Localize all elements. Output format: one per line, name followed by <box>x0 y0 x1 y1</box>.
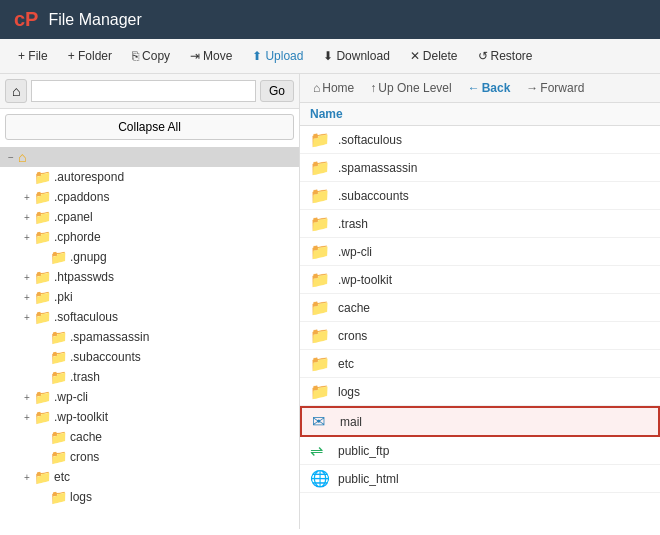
tree-item-wp-toolkit[interactable]: + 📁 .wp-toolkit <box>0 407 299 427</box>
folder-icon: 📁 <box>310 242 332 261</box>
file-row-etc[interactable]: 📁 etc <box>300 350 660 378</box>
folder-icon: 📁 <box>310 298 332 317</box>
copy-button[interactable]: ⎘ Copy <box>124 45 178 67</box>
folder-icon-autorespond: 📁 <box>34 169 51 185</box>
file-row-cache[interactable]: 📁 cache <box>300 294 660 322</box>
folder-icon: 📁 <box>310 326 332 345</box>
toggle-pki: + <box>20 292 34 303</box>
collapse-all-button[interactable]: Collapse All <box>5 114 294 140</box>
file-row-logs[interactable]: 📁 logs <box>300 378 660 406</box>
file-name: mail <box>340 415 362 429</box>
label-spamassassin: .spamassassin <box>70 330 149 344</box>
label-cpaddons: .cpaddons <box>54 190 109 204</box>
download-button[interactable]: ⬇ Download <box>315 45 397 67</box>
tree-item-cache[interactable]: 📁 cache <box>0 427 299 447</box>
toggle-root: − <box>4 152 18 163</box>
tree-item-spamassassin[interactable]: 📁 .spamassassin <box>0 327 299 347</box>
folder-icon-pki: 📁 <box>34 289 51 305</box>
file-row-softaculous[interactable]: 📁 .softaculous <box>300 126 660 154</box>
toggle-wp-cli: + <box>20 392 34 403</box>
file-list: Name 📁 .softaculous 📁 .spamassassin 📁 .s… <box>300 103 660 529</box>
tree-item-wp-cli[interactable]: + 📁 .wp-cli <box>0 387 299 407</box>
home-nav-button[interactable]: ⌂ Home <box>308 79 359 97</box>
tree-item-logs[interactable]: 📁 logs <box>0 487 299 507</box>
folder-icon: 📁 <box>310 382 332 401</box>
file-name: public_ftp <box>338 444 389 458</box>
back-button[interactable]: ← Back <box>463 79 516 97</box>
file-row-wp-cli[interactable]: 📁 .wp-cli <box>300 238 660 266</box>
label-logs: logs <box>70 490 92 504</box>
toolbar: + File + Folder ⎘ Copy ⇥ Move ⬆ Upload ⬇… <box>0 39 660 74</box>
left-panel: ⌂ Go Collapse All − ⌂ 📁 .autorespond + 📁… <box>0 74 300 529</box>
file-row-mail[interactable]: ✉ mail <box>300 406 660 437</box>
tree-item-cpanel[interactable]: + 📁 .cpanel <box>0 207 299 227</box>
tree-item-root[interactable]: − ⌂ <box>0 147 299 167</box>
label-htpasswds: .htpasswds <box>54 270 114 284</box>
delete-button[interactable]: ✕ Delete <box>402 45 466 67</box>
tree-item-trash[interactable]: 📁 .trash <box>0 367 299 387</box>
file-name: .wp-toolkit <box>338 273 392 287</box>
up-one-level-button[interactable]: ↑ Up One Level <box>365 79 456 97</box>
tree-item-cpaddons[interactable]: + 📁 .cpaddons <box>0 187 299 207</box>
tree-item-pki[interactable]: + 📁 .pki <box>0 287 299 307</box>
file-name: .wp-cli <box>338 245 372 259</box>
folder-icon-htpasswds: 📁 <box>34 269 51 285</box>
label-cache: cache <box>70 430 102 444</box>
file-row-subaccounts[interactable]: 📁 .subaccounts <box>300 182 660 210</box>
folder-icon-root: ⌂ <box>18 149 26 165</box>
folder-icon: 📁 <box>310 354 332 373</box>
file-row-spamassassin[interactable]: 📁 .spamassassin <box>300 154 660 182</box>
label-wp-cli: .wp-cli <box>54 390 88 404</box>
file-name: cache <box>338 301 370 315</box>
tree-item-htpasswds[interactable]: + 📁 .htpasswds <box>0 267 299 287</box>
tree-item-subaccounts[interactable]: 📁 .subaccounts <box>0 347 299 367</box>
folder-icon-subaccounts: 📁 <box>50 349 67 365</box>
cp-logo: cP <box>14 8 38 31</box>
folder-icon: 📁 <box>310 130 332 149</box>
folder-icon-gnupg: 📁 <box>50 249 67 265</box>
file-row-crons[interactable]: 📁 crons <box>300 322 660 350</box>
file-row-wp-toolkit[interactable]: 📁 .wp-toolkit <box>300 266 660 294</box>
folder-icon-logs: 📁 <box>50 489 67 505</box>
folder-icon: 📁 <box>310 186 332 205</box>
file-name: .softaculous <box>338 133 402 147</box>
right-panel: ⌂ Home ↑ Up One Level ← Back → Forward N… <box>300 74 660 529</box>
folder-icon: 📁 <box>310 270 332 289</box>
file-row-trash[interactable]: 📁 .trash <box>300 210 660 238</box>
go-button[interactable]: Go <box>260 80 294 102</box>
file-name: etc <box>338 357 354 371</box>
label-gnupg: .gnupg <box>70 250 107 264</box>
label-crons: crons <box>70 450 99 464</box>
ftp-icon: ⇌ <box>310 441 332 460</box>
move-button[interactable]: ⇥ Move <box>182 45 240 67</box>
toggle-cpaddons: + <box>20 192 34 203</box>
label-pki: .pki <box>54 290 73 304</box>
tree-item-crons[interactable]: 📁 crons <box>0 447 299 467</box>
path-input[interactable] <box>31 80 256 102</box>
toggle-cpanel: + <box>20 212 34 223</box>
main-layout: ⌂ Go Collapse All − ⌂ 📁 .autorespond + 📁… <box>0 74 660 529</box>
file-row-public-html[interactable]: 🌐 public_html <box>300 465 660 493</box>
folder-icon-wp-toolkit: 📁 <box>34 409 51 425</box>
label-cphorde: .cphorde <box>54 230 101 244</box>
folder-button[interactable]: + Folder <box>60 45 120 67</box>
left-nav-bar: ⌂ Go <box>0 74 299 109</box>
file-name: .spamassassin <box>338 161 417 175</box>
upload-button[interactable]: ⬆ Upload <box>244 45 311 67</box>
label-wp-toolkit: .wp-toolkit <box>54 410 108 424</box>
file-button[interactable]: + File <box>10 45 56 67</box>
app-header: cP File Manager <box>0 0 660 39</box>
tree-item-gnupg[interactable]: 📁 .gnupg <box>0 247 299 267</box>
tree-item-cphorde[interactable]: + 📁 .cphorde <box>0 227 299 247</box>
forward-button[interactable]: → Forward <box>521 79 589 97</box>
home-icon-btn[interactable]: ⌂ <box>5 79 27 103</box>
tree-item-softaculous[interactable]: + 📁 .softaculous <box>0 307 299 327</box>
toggle-cphorde: + <box>20 232 34 243</box>
tree-item-etc[interactable]: + 📁 etc <box>0 467 299 487</box>
tree-item-autorespond[interactable]: 📁 .autorespond <box>0 167 299 187</box>
file-row-public-ftp[interactable]: ⇌ public_ftp <box>300 437 660 465</box>
restore-button[interactable]: ↺ Restore <box>470 45 541 67</box>
html-icon: 🌐 <box>310 469 332 488</box>
folder-icon-cpanel: 📁 <box>34 209 51 225</box>
label-etc: etc <box>54 470 70 484</box>
